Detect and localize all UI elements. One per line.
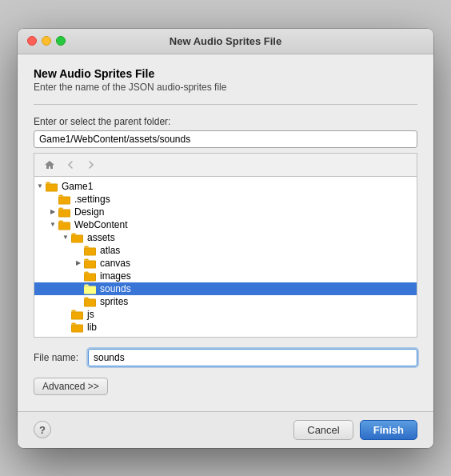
filename-input[interactable]	[88, 349, 417, 366]
dialog: New Audio Sprites File New Audio Sprites…	[18, 29, 433, 448]
filename-row: File name:	[34, 349, 417, 366]
tree-item-label: atlas	[100, 245, 120, 256]
svg-rect-6	[58, 222, 70, 230]
tree-item-label: images	[100, 270, 131, 282]
svg-rect-22	[71, 324, 83, 332]
tree-item-label: Design	[74, 206, 104, 218]
tree-item-atlas[interactable]: atlas	[34, 244, 417, 257]
tree-item-canvas[interactable]: ▶ canvas	[34, 257, 417, 270]
svg-rect-4	[58, 209, 70, 217]
tree-item-label: lib	[87, 322, 97, 333]
folder-icon	[84, 270, 97, 282]
folder-icon	[84, 258, 97, 269]
svg-rect-16	[84, 286, 96, 294]
tree-item-label: sounds	[100, 283, 131, 294]
folder-tree[interactable]: ▼ Game1 .settings▶ Design▼ WebContent▼ a…	[34, 176, 417, 338]
dialog-body: New Audio Sprites File Enter the name of…	[18, 54, 433, 405]
maximize-button[interactable]	[56, 36, 66, 46]
folder-icon	[84, 296, 97, 307]
folder-toolbar	[34, 153, 417, 176]
home-button[interactable]	[41, 157, 58, 173]
tree-item-label: Game1	[62, 181, 93, 192]
cancel-button[interactable]: Cancel	[293, 420, 353, 440]
tree-item-sprites[interactable]: sprites	[34, 295, 417, 308]
folder-icon	[84, 283, 97, 294]
traffic-lights	[27, 36, 66, 46]
tree-item-label: sprites	[100, 296, 128, 307]
svg-rect-20	[71, 311, 83, 319]
svg-rect-12	[84, 260, 96, 268]
folder-icon	[71, 232, 84, 243]
tree-item-label: js	[87, 309, 94, 320]
tree-toggle: ▼	[47, 221, 58, 228]
finish-button[interactable]: Finish	[360, 420, 417, 440]
tree-toggle: ▼	[60, 234, 71, 241]
title-bar: New Audio Sprites File	[18, 29, 433, 54]
folder-icon	[58, 219, 71, 230]
close-button[interactable]	[27, 36, 37, 46]
footer-buttons: Cancel Finish	[293, 420, 417, 440]
tree-item-js[interactable]: js	[34, 308, 417, 321]
folder-icon	[58, 194, 71, 205]
filename-label: File name:	[34, 352, 82, 363]
folder-icon	[58, 206, 71, 218]
tree-toggle: ▼	[34, 182, 46, 190]
tree-item-label: canvas	[100, 258, 130, 269]
minimize-button[interactable]	[42, 36, 51, 46]
tree-item-sounds[interactable]: sounds	[34, 282, 417, 295]
tree-section: ▼ Game1 .settings▶ Design▼ WebContent▼ a…	[34, 153, 417, 338]
folder-path-input[interactable]	[34, 130, 417, 148]
folder-icon	[71, 322, 84, 333]
folder-section-label: Enter or select the parent folder:	[34, 116, 417, 127]
tree-item-game1[interactable]: ▼ Game1	[34, 180, 417, 193]
tree-item-label: .settings	[74, 194, 110, 205]
tree-item-lib[interactable]: lib	[34, 321, 417, 334]
back-button[interactable]	[62, 157, 79, 173]
svg-rect-2	[58, 196, 70, 204]
window-title: New Audio Sprites File	[170, 35, 281, 47]
tree-item-settings[interactable]: .settings	[34, 193, 417, 206]
tree-toggle: ▶	[47, 208, 58, 215]
folder-section: Enter or select the parent folder:	[34, 116, 417, 148]
advanced-button[interactable]: Advanced >>	[34, 378, 108, 395]
tree-item-assets[interactable]: ▼ assets	[34, 231, 417, 244]
svg-rect-10	[84, 247, 96, 255]
tree-toggle: ▶	[73, 259, 84, 266]
svg-rect-8	[71, 234, 83, 242]
dialog-footer: ? Cancel Finish	[18, 411, 433, 448]
forward-button[interactable]	[82, 157, 100, 173]
dialog-header-subtitle: Enter the name of the JSON audio-sprites…	[34, 82, 417, 93]
svg-rect-0	[46, 183, 58, 191]
folder-icon	[84, 245, 97, 256]
folder-icon	[46, 181, 58, 192]
tree-item-label: WebContent	[74, 219, 128, 230]
tree-item-images[interactable]: images	[34, 270, 417, 282]
dialog-header-title: New Audio Sprites File	[34, 67, 417, 80]
divider	[34, 104, 417, 105]
svg-rect-18	[84, 298, 96, 306]
dialog-header: New Audio Sprites File Enter the name of…	[34, 67, 417, 93]
svg-rect-14	[84, 273, 96, 281]
folder-icon	[71, 309, 84, 320]
help-button[interactable]: ?	[34, 421, 51, 438]
tree-item-webcontent[interactable]: ▼ WebContent	[34, 218, 417, 231]
tree-item-design[interactable]: ▶ Design	[34, 206, 417, 218]
tree-item-label: assets	[87, 232, 115, 243]
